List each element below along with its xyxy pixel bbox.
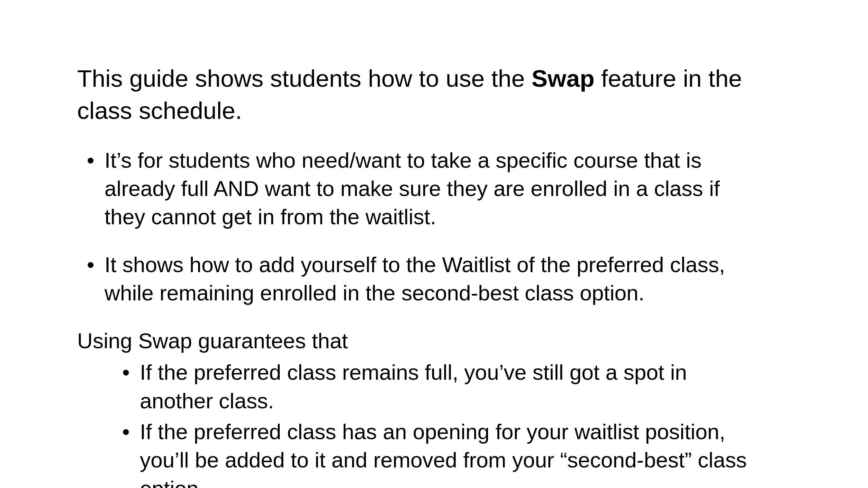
subheading: Using Swap guarantees that [77,327,752,355]
list-item: If the preferred class has an opening fo… [77,418,752,488]
slide-content: This guide shows students how to use the… [0,0,868,488]
secondary-bullet-list: If the preferred class remains full, you… [77,358,752,488]
list-item: It’s for students who need/want to take … [77,146,752,231]
intro-prefix: This guide shows students how to use the [77,65,531,92]
intro-paragraph: This guide shows students how to use the… [77,63,752,127]
primary-bullet-list: It’s for students who need/want to take … [77,146,752,307]
list-item: It shows how to add yourself to the Wait… [77,251,752,307]
list-item: If the preferred class remains full, you… [77,358,752,415]
intro-bold-word: Swap [531,65,594,92]
